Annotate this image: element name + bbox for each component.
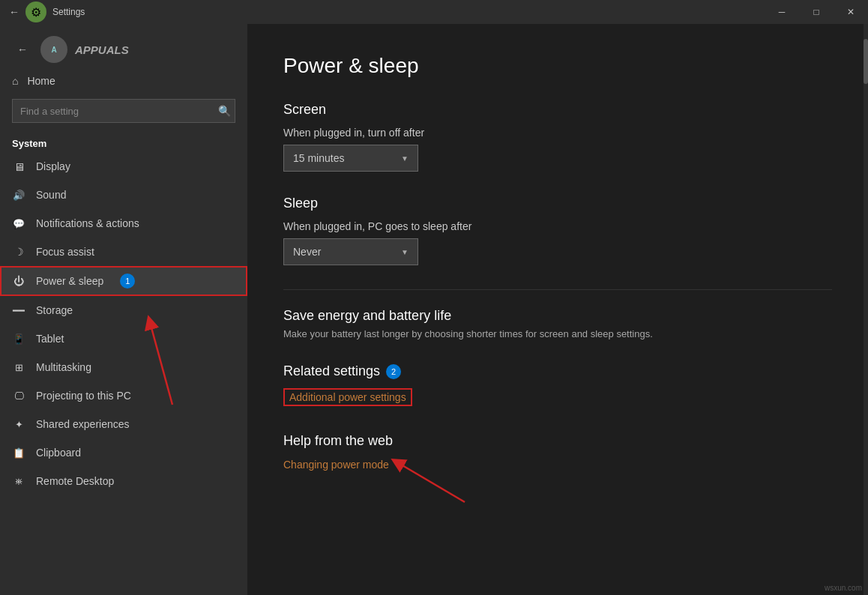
sidebar-item-sound[interactable]: 🔊 Sound xyxy=(0,181,247,209)
app-logo: A xyxy=(40,36,67,63)
sidebar-item-power[interactable]: ⏻ Power & sleep 1 xyxy=(0,266,247,296)
divider xyxy=(283,289,832,290)
titlebar-title: Settings xyxy=(52,7,85,17)
notifications-icon: 💬 xyxy=(12,217,25,230)
back-icon: ← xyxy=(9,6,19,18)
scrollbar-thumb[interactable] xyxy=(864,39,868,84)
sidebar-item-multitasking[interactable]: ⊞ Multitasking xyxy=(0,353,247,381)
search-input[interactable] xyxy=(12,99,235,123)
clipboard-icon: 📋 xyxy=(12,446,25,459)
app-icon: ⚙ xyxy=(25,1,46,22)
app-container: ← A APPUALS ⌂ Home 🔍 System 🖥 Display 🔊 … xyxy=(0,24,868,595)
screen-section-title: Screen xyxy=(283,102,832,118)
save-energy-title: Save energy and battery life xyxy=(283,308,832,324)
sidebar-item-shared[interactable]: ✦ Shared experiences xyxy=(0,410,247,438)
sidebar-item-projecting[interactable]: 🖵 Projecting to this PC xyxy=(0,381,247,410)
help-section-title: Help from the web xyxy=(283,433,832,449)
maximize-button[interactable]: □ xyxy=(799,0,834,24)
sidebar-item-storage[interactable]: ━━ Storage xyxy=(0,296,247,324)
focus-icon: ☽ xyxy=(12,245,25,259)
sidebar-item-tablet[interactable]: 📱 Tablet xyxy=(0,324,247,353)
sidebar-item-notifications[interactable]: 💬 Notifications & actions xyxy=(0,209,247,238)
sleep-timeout-dropdown[interactable]: Never ▼ xyxy=(283,238,418,265)
minimize-button[interactable]: ─ xyxy=(765,0,799,24)
back-arrow-icon: ← xyxy=(17,43,28,55)
sleep-section-title: Sleep xyxy=(283,196,832,211)
multitasking-icon: ⊞ xyxy=(12,360,25,374)
power-icon: ⏻ xyxy=(12,274,25,288)
additional-power-settings-link[interactable]: Additional power settings xyxy=(283,388,412,406)
sleep-field-label: When plugged in, PC goes to sleep after xyxy=(283,220,832,232)
remote-icon: ⛯ xyxy=(12,474,25,488)
chevron-down-icon: ▼ xyxy=(401,154,409,163)
tablet-icon: 📱 xyxy=(12,332,25,345)
sound-icon: 🔊 xyxy=(12,188,25,202)
sidebar-header: ← A APPUALS xyxy=(0,24,247,69)
sidebar-item-home[interactable]: ⌂ Home xyxy=(0,69,247,93)
logo-text: A xyxy=(51,46,56,54)
display-icon: 🖥 xyxy=(12,160,25,173)
watermark: wsxun.com xyxy=(825,584,862,592)
sidebar-item-remote[interactable]: ⛯ Remote Desktop xyxy=(0,467,247,495)
home-icon: ⌂ xyxy=(12,75,18,87)
sidebar-item-display[interactable]: 🖥 Display xyxy=(0,152,247,181)
related-settings-badge: 2 xyxy=(386,364,401,379)
related-settings-title: Related settings 2 xyxy=(283,363,832,379)
sidebar-item-focus[interactable]: ☽ Focus assist xyxy=(0,238,247,266)
storage-icon: ━━ xyxy=(12,303,25,317)
close-button[interactable]: ✕ xyxy=(834,0,868,24)
sidebar-item-clipboard[interactable]: 📋 Clipboard xyxy=(0,438,247,467)
projecting-icon: 🖵 xyxy=(12,389,25,402)
screen-field-label: When plugged in, turn off after xyxy=(283,127,832,139)
brand-name: APPUALS xyxy=(75,43,129,56)
search-icon: 🔍 xyxy=(218,105,231,117)
power-badge: 1 xyxy=(120,274,135,289)
screen-timeout-dropdown[interactable]: 15 minutes ▼ xyxy=(283,145,418,172)
sidebar-section-label: System xyxy=(0,129,247,152)
chevron-down-icon-sleep: ▼ xyxy=(401,248,409,256)
main-content: Power & sleep Screen When plugged in, tu… xyxy=(247,24,868,595)
changing-power-mode-link[interactable]: Changing power mode xyxy=(283,459,389,471)
scrollbar-track xyxy=(864,24,868,595)
page-title: Power & sleep xyxy=(283,54,832,78)
nav-back-button[interactable]: ← xyxy=(12,39,33,60)
shared-icon: ✦ xyxy=(12,417,25,431)
titlebar: ← ⚙ Settings ─ □ ✕ xyxy=(0,0,868,24)
window-controls: ─ □ ✕ xyxy=(765,0,868,24)
sidebar: ← A APPUALS ⌂ Home 🔍 System 🖥 Display 🔊 … xyxy=(0,24,247,595)
save-energy-desc: Make your battery last longer by choosin… xyxy=(283,328,832,339)
search-box: 🔍 xyxy=(12,99,235,123)
related-settings-section: Related settings 2 Additional power sett… xyxy=(283,363,832,409)
